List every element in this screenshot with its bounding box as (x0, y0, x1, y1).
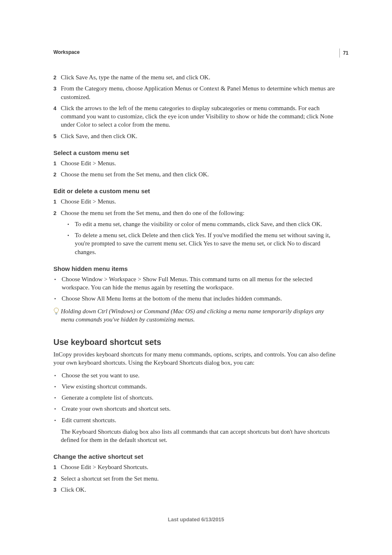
list-item: View existing shortcut commands. (53, 382, 339, 391)
heading-change-active-set: Change the active shortcut set (53, 453, 339, 460)
steps-list-select: 1Choose Edit > Menus. 2Choose the menu s… (53, 159, 339, 179)
list-item-text: Generate a complete list of shortcuts. (62, 393, 153, 402)
svg-rect-1 (55, 314, 57, 314)
step-item: 1Choose Edit > Menus. (53, 197, 339, 206)
step-item: 2Choose the menu set from the Set menu, … (53, 170, 339, 178)
step-item: 2Select a shortcut set from the Set menu… (53, 474, 339, 483)
step-item: 3Click OK. (53, 486, 339, 494)
step-number: 2 (53, 74, 61, 81)
list-item-text: Choose the set you want to use. (62, 371, 140, 379)
bullets-show-hidden: Choose Window > Workspace > Show Full Me… (53, 275, 339, 303)
step-item: 5Click Save, and then click OK. (53, 132, 339, 140)
step-number: 5 (53, 133, 61, 140)
list-item-text: View existing shortcut commands. (62, 382, 147, 391)
list-item: Choose the set you want to use. (53, 371, 339, 379)
svg-rect-2 (56, 314, 57, 314)
step-number: 2 (53, 475, 61, 483)
steps-list-top: 2Click Save As, type the name of the men… (53, 73, 339, 140)
list-item: To delete a menu set, click Delete and t… (67, 231, 339, 256)
list-item-text: Edit current shortcuts. (62, 416, 116, 424)
step-text: Click Save As, type the name of the menu… (61, 73, 339, 81)
list-item: Create your own shortcuts and shortcut s… (53, 405, 339, 413)
step-text: Choose Edit > Keyboard Shortcuts. (61, 463, 339, 471)
list-item: Edit current shortcuts. (53, 416, 339, 424)
intro-paragraph: InCopy provides keyboard shortcuts for m… (53, 350, 339, 367)
list-item: To edit a menu set, change the visibilit… (67, 220, 339, 228)
heading-use-kb-shortcuts: Use keyboard shortcut sets (53, 338, 339, 347)
step-number: 1 (53, 464, 61, 471)
step-text: Choose the menu set from the Set menu, a… (61, 209, 339, 217)
step-item: 1Choose Edit > Keyboard Shortcuts. (53, 463, 339, 471)
step-number: 4 (53, 105, 61, 112)
step-item: 2Choose the menu set from the Set menu, … (53, 209, 339, 217)
heading-edit-delete-set: Edit or delete a custom menu set (53, 187, 339, 194)
step-number: 2 (53, 210, 61, 217)
step-text: Click Save, and then click OK. (61, 132, 339, 140)
post-paragraph: The Keyboard Shortcuts dialog box also l… (61, 428, 339, 444)
steps-list-change-active: 1Choose Edit > Keyboard Shortcuts. 2Sele… (53, 463, 339, 494)
list-item-text: To delete a menu set, click Delete and t… (75, 231, 339, 256)
step-number: 2 (53, 171, 61, 178)
step-number: 3 (53, 486, 61, 494)
page-number: 71 (339, 49, 348, 58)
list-item: Choose Show All Menu Items at the bottom… (53, 294, 339, 303)
list-item-text: Choose Show All Menu Items at the bottom… (62, 294, 282, 303)
step-text: Choose Edit > Menus. (61, 197, 339, 206)
lightbulb-icon (53, 307, 61, 317)
sub-bullets-edit-delete: To edit a menu set, change the visibilit… (67, 220, 339, 256)
tip-text: Holding down Ctrl (Windows) or Command (… (61, 307, 339, 324)
step-number: 1 (53, 198, 61, 206)
step-item: 3From the Category menu, choose Applicat… (53, 84, 339, 101)
page-footer: Last updated 6/13/2015 (53, 517, 339, 523)
document-page: 71 Workspace 2Click Save As, type the na… (0, 0, 392, 547)
step-text: From the Category menu, choose Applicati… (61, 84, 339, 101)
step-text: Select a shortcut set from the Set menu. (61, 474, 339, 483)
step-text: Choose Edit > Menus. (61, 159, 339, 167)
step-item: 4Click the arrows to the left of the men… (53, 104, 339, 129)
step-item: 1Choose Edit > Menus. (53, 159, 339, 167)
list-item-text: Choose Window > Workspace > Show Full Me… (62, 275, 339, 292)
list-item-text: Create your own shortcuts and shortcut s… (62, 405, 171, 413)
step-number: 3 (53, 85, 61, 92)
svg-rect-0 (55, 313, 58, 313)
running-header: Workspace (53, 49, 339, 55)
step-text: Click the arrows to the left of the menu… (61, 104, 339, 129)
heading-show-hidden: Show hidden menu items (53, 265, 339, 272)
steps-list-edit-delete: 1Choose Edit > Menus. 2Choose the menu s… (53, 197, 339, 217)
step-text: Click OK. (61, 486, 339, 494)
list-item: Generate a complete list of shortcuts. (53, 393, 339, 402)
step-text: Choose the menu set from the Set menu, a… (61, 170, 339, 178)
heading-select-custom-set: Select a custom menu set (53, 149, 339, 156)
step-item: 2Click Save As, type the name of the men… (53, 73, 339, 81)
bullets-kb-shortcuts: Choose the set you want to use. View exi… (53, 371, 339, 424)
step-number: 1 (53, 160, 61, 167)
tip-block: Holding down Ctrl (Windows) or Command (… (53, 307, 339, 324)
list-item-text: To edit a menu set, change the visibilit… (75, 220, 322, 228)
list-item: Choose Window > Workspace > Show Full Me… (53, 275, 339, 292)
